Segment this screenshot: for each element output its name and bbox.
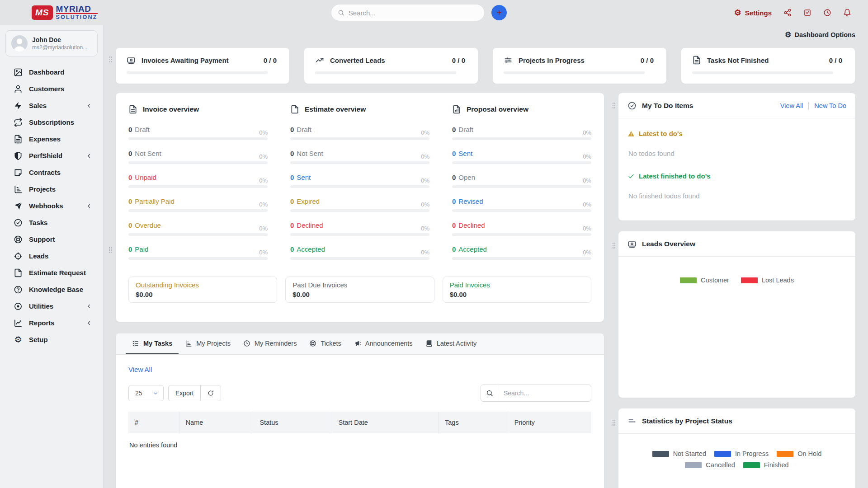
new-todo-link[interactable]: New To Do	[814, 102, 846, 109]
overview-row: 0Partially Paid0%	[128, 197, 268, 212]
chevron-down-icon	[152, 390, 159, 396]
user-email: ms2@myriadsolution...	[32, 44, 87, 51]
tab-my-reminders[interactable]: My Reminders	[237, 333, 303, 354]
dashboard-icon	[14, 68, 23, 77]
user-profile-card[interactable]: John Doe ms2@myriadsolution...	[5, 30, 98, 56]
past-due-invoices-box[interactable]: Past Due Invoices$0.00	[285, 277, 434, 303]
empty-table-message: No entries found	[128, 433, 591, 457]
sidebar-item-perfshield[interactable]: PerfShield	[5, 147, 98, 164]
overview-row: 0Draft0%	[452, 126, 591, 140]
sidebar-item-sales[interactable]: Sales	[5, 97, 98, 114]
sidebar-item-setup[interactable]: ⚙Setup	[5, 331, 98, 348]
sidebar-item-tasks[interactable]: Tasks	[5, 214, 98, 231]
global-search[interactable]	[331, 4, 485, 21]
stat-card-projects-in-progress[interactable]: Projects In Progress0 / 0	[493, 48, 666, 84]
refresh-button[interactable]	[201, 385, 221, 401]
global-search-input[interactable]	[349, 9, 478, 17]
drag-handle[interactable]	[612, 419, 616, 426]
drag-handle[interactable]	[109, 56, 113, 63]
sidebar-item-contracts[interactable]: Contracts	[5, 164, 98, 181]
tab-my-projects[interactable]: My Projects	[179, 333, 237, 354]
sidebar-item-leads[interactable]: Leads	[5, 248, 98, 264]
legend-item-in-progress[interactable]: In Progress	[714, 450, 769, 457]
sidebar-item-webhooks[interactable]: Webhooks	[5, 197, 98, 214]
legend-item-on-hold[interactable]: On Hold	[777, 450, 821, 457]
check-icon	[627, 173, 635, 180]
timers-icon[interactable]	[823, 9, 831, 17]
column-header-start-date[interactable]: Start Date	[332, 412, 439, 433]
warning-triangle-icon	[627, 130, 635, 137]
sidebar-item-projects[interactable]: Projects	[5, 181, 98, 197]
column-header-status[interactable]: Status	[253, 412, 332, 433]
overview-row: 0Draft0%	[128, 126, 268, 140]
tab-latest-activity[interactable]: Latest Activity	[419, 333, 483, 354]
todo-card: My To Do Items View All New To Do Latest…	[618, 93, 855, 221]
paid-invoices-box[interactable]: Paid Invoices$0.00	[443, 277, 591, 303]
estimate-overview: Estimate overview 0Draft0% 0Not Sent0% 0…	[290, 105, 429, 269]
sidebar-item-utilities[interactable]: Utilities	[5, 298, 98, 314]
column-header-priority[interactable]: Priority	[508, 412, 591, 433]
stat-card-converted-leads[interactable]: Converted Leads0 / 0	[304, 48, 478, 84]
sidebar-item-customers[interactable]: Customers	[5, 80, 98, 97]
view-all-link[interactable]: View All	[128, 366, 152, 373]
outstanding-invoices-box[interactable]: Outstanding Invoices$0.00	[128, 277, 277, 303]
clock-icon	[243, 340, 250, 347]
sidebar-item-reports[interactable]: Reports	[5, 314, 98, 331]
tab-tickets[interactable]: Tickets	[303, 333, 347, 354]
sidebar-item-support[interactable]: Support	[5, 231, 98, 248]
project-status-legend: Not Started In Progress On Hold Cancelle…	[618, 450, 855, 469]
column-header-id[interactable]: #	[128, 412, 179, 433]
table-search[interactable]	[481, 385, 591, 402]
sidebar-item-knowledge-base[interactable]: Knowledge Base	[5, 281, 98, 298]
stat-value: 0 / 0	[829, 56, 842, 64]
column-header-name[interactable]: Name	[179, 412, 254, 433]
legend-item-lost-leads[interactable]: Lost Leads	[741, 277, 794, 284]
sidebar-item-dashboard[interactable]: Dashboard	[5, 64, 98, 80]
export-button[interactable]: Export	[169, 385, 200, 401]
gear-icon: ⚙	[785, 31, 791, 38]
dashboard-options-button[interactable]: ⚙ Dashboard Options	[116, 29, 855, 41]
drag-handle[interactable]	[612, 242, 616, 249]
settings-button[interactable]: ⚙ Settings	[734, 9, 772, 17]
legend-swatch	[714, 451, 731, 457]
sidebar: John Doe ms2@myriadsolution... Dashboard…	[0, 25, 104, 488]
drag-handle[interactable]	[612, 102, 616, 109]
todo-view-all-link[interactable]: View All	[780, 102, 803, 109]
search-icon	[338, 9, 344, 16]
list-check-icon	[132, 340, 139, 347]
refresh-icon	[208, 390, 214, 396]
stat-card-invoices-awaiting[interactable]: Invoices Awaiting Payment0 / 0	[116, 48, 289, 84]
drag-handle[interactable]	[108, 247, 112, 253]
legend-item-cancelled[interactable]: Cancelled	[685, 461, 735, 469]
utilities-disc-icon	[14, 302, 23, 311]
legend-swatch	[680, 277, 697, 283]
table-search-input[interactable]	[498, 389, 591, 397]
column-header-tags[interactable]: Tags	[439, 412, 508, 433]
overview-row: 0Revised0%	[452, 197, 591, 212]
quick-create-button[interactable]	[491, 5, 507, 20]
tab-announcements[interactable]: Announcements	[348, 333, 419, 354]
sidebar-item-subscriptions[interactable]: Subscriptions	[5, 114, 98, 131]
company-logo[interactable]: MS MYRIAD SOLUTIONZ	[32, 5, 98, 21]
sidebar-item-estimate-request[interactable]: Estimate Request	[5, 264, 98, 281]
app-window: MS MYRIAD SOLUTIONZ ⚙ Settings	[0, 0, 868, 488]
expenses-file-icon	[14, 135, 23, 144]
lifebuoy-icon	[309, 340, 316, 347]
chevron-left-icon	[86, 203, 92, 209]
contracts-note-icon	[14, 168, 23, 177]
legend-item-finished[interactable]: Finished	[743, 461, 789, 469]
stat-value: 0 / 0	[452, 56, 465, 64]
sidebar-item-expenses[interactable]: Expenses	[5, 131, 98, 147]
approvals-icon[interactable]	[803, 9, 811, 17]
notifications-bell-icon[interactable]	[843, 9, 851, 17]
support-lifebuoy-icon	[14, 235, 23, 244]
legend-item-not-started[interactable]: Not Started	[652, 450, 706, 457]
tab-my-tasks[interactable]: My Tasks	[126, 333, 179, 354]
stat-card-tasks-not-finished[interactable]: Tasks Not Finished0 / 0	[681, 48, 855, 84]
share-icon[interactable]	[783, 9, 792, 17]
legend-item-customer[interactable]: Customer	[680, 277, 729, 284]
overview-row: 0Not Sent0%	[128, 150, 268, 164]
page-size-select[interactable]: 25	[128, 385, 164, 401]
leads-crosshair-icon	[14, 252, 23, 261]
chevron-left-icon	[86, 153, 92, 159]
